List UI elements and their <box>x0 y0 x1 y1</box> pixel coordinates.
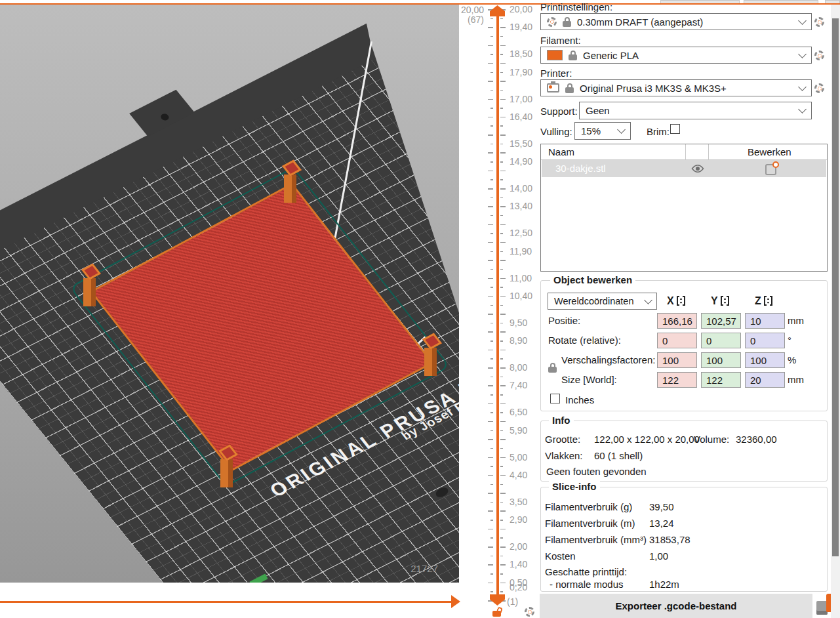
layer-tick <box>488 529 493 530</box>
layer-slider-bottom-count: (1) <box>507 596 518 607</box>
preset-lock-icon <box>563 17 571 27</box>
layer-tick <box>490 287 493 288</box>
y-value-field[interactable]: 122 <box>701 372 741 388</box>
unit-label: mm <box>788 374 804 385</box>
layer-tick <box>488 278 493 279</box>
infill-combo[interactable]: 15% <box>574 122 631 140</box>
filament-label: Filament: <box>540 35 581 46</box>
layer-tick <box>488 171 493 172</box>
uniform-scale-lock-icon[interactable] <box>548 363 557 373</box>
z-value-field[interactable]: 0 <box>745 333 785 348</box>
column-edit: Bewerken <box>748 146 791 157</box>
horizontal-slider-thumb[interactable] <box>451 595 460 608</box>
layer-tick <box>500 457 506 459</box>
layer-tick <box>500 529 506 530</box>
coordinate-system-combo[interactable]: Wereldcoördinaten <box>548 293 657 310</box>
layer-slider-upper-thumb[interactable] <box>490 5 505 16</box>
object-corner-post <box>422 342 443 380</box>
layer-tick <box>488 152 493 154</box>
layer-tick <box>490 502 493 503</box>
x-value-field[interactable]: 166,16 <box>657 313 697 329</box>
inches-checkbox[interactable] <box>550 394 560 403</box>
z-value-field[interactable]: 100 <box>745 352 785 368</box>
layer-tick <box>488 457 493 459</box>
filament-value: Generic PLA <box>583 50 639 61</box>
x-value-field[interactable]: 122 <box>657 372 697 388</box>
group-title: Slice-info <box>549 481 600 492</box>
layer-height-label: 5,90 <box>510 425 527 436</box>
layer-height-label: 0,20 <box>510 582 527 592</box>
layer-tick <box>488 117 493 118</box>
filament-gear-icon[interactable] <box>814 51 824 60</box>
printer-label: Printer: <box>540 68 572 79</box>
layer-tick <box>500 36 503 37</box>
axis-header-y: Y <box>711 295 729 307</box>
unit-label: ° <box>788 335 791 346</box>
layer-tick <box>490 18 493 20</box>
layer-tick <box>500 206 506 207</box>
slider-settings-gear-icon[interactable] <box>525 607 534 617</box>
manip-row-label: Verschalingsfactoren: <box>561 354 655 365</box>
layer-tick <box>488 63 493 64</box>
layer-tick <box>490 591 493 592</box>
scrollbar-thumb[interactable] <box>832 18 839 556</box>
layer-tick <box>500 421 506 422</box>
printer-combo[interactable]: Original Prusa i3 MK3S & MK3S+ <box>540 79 812 96</box>
layer-tick <box>490 72 493 73</box>
layer-slider-top-height: 20,00 <box>458 5 484 15</box>
layer-tick <box>500 546 506 548</box>
layer-slider-lower-thumb[interactable] <box>490 594 505 606</box>
layer-tick <box>490 394 493 396</box>
print-settings-gear-icon[interactable] <box>814 17 824 27</box>
layer-height-label: 7,40 <box>510 380 527 390</box>
layer-tick <box>490 520 493 521</box>
export-gcode-button[interactable]: Exporteer .gcode-bestand <box>540 594 812 618</box>
panel-scrollbar[interactable] <box>831 5 840 618</box>
x-value-field[interactable]: 100 <box>657 352 697 368</box>
layer-tick <box>500 448 503 449</box>
visibility-eye-icon[interactable] <box>691 164 704 173</box>
support-combo[interactable]: Geen <box>579 102 812 119</box>
layer-height-label: 18,50 <box>510 49 532 59</box>
x-value-field[interactable]: 0 <box>657 333 697 348</box>
printer-value: Original Prusa i3 MK3S & MK3S+ <box>580 83 727 94</box>
layer-tick <box>490 144 493 145</box>
layer-tick <box>490 125 493 127</box>
brim-checkbox[interactable] <box>670 124 680 134</box>
z-value-field[interactable]: 20 <box>745 372 785 388</box>
layer-tick <box>490 36 493 37</box>
z-value-field[interactable]: 10 <box>745 313 785 329</box>
y-value-field[interactable]: 102,57 <box>701 313 741 329</box>
layer-height-label: 1,40 <box>510 559 527 569</box>
y-value-field[interactable]: 100 <box>701 352 741 368</box>
slice-stat-value: 1,00 <box>649 550 668 562</box>
printer-gear-icon[interactable] <box>814 83 824 93</box>
object-row[interactable]: 30-dakje.stl <box>542 160 826 177</box>
edit-object-icon[interactable] <box>765 164 776 175</box>
3d-viewport[interactable]: ORIGINAL PRUSA i3 MK3 by Josef Pr <box>0 5 459 583</box>
facets-label: Vlakken: <box>545 450 583 461</box>
print-settings-combo[interactable]: 0.30mm DRAFT (aangepast) <box>540 13 812 30</box>
layer-height-label: 2,00 <box>510 541 527 552</box>
layer-tick <box>500 260 506 261</box>
layer-tick <box>488 350 493 351</box>
layer-tick <box>490 412 493 413</box>
y-value-field[interactable]: 0 <box>701 333 741 348</box>
coordinate-system-value: Wereldcoördinaten <box>554 296 633 306</box>
filament-combo[interactable]: Generic PLA <box>540 47 812 64</box>
slice-stat-label: Filamentverbruik (m) <box>545 518 635 529</box>
layer-tick <box>488 81 493 82</box>
layer-tick <box>490 233 493 234</box>
layer-tick <box>488 296 493 297</box>
layer-tick <box>500 331 506 333</box>
layer-tick <box>500 108 503 109</box>
layer-slider[interactable] <box>496 10 499 600</box>
layer-height-label: 10,40 <box>510 291 532 301</box>
manip-row-label: Rotate (relative): <box>548 335 621 346</box>
axis-header-z: Z <box>755 295 772 307</box>
layer-tick <box>500 152 506 154</box>
axis-header-x: X <box>667 295 685 307</box>
layer-tick <box>488 439 493 440</box>
layer-range-lock-icon[interactable] <box>492 607 501 617</box>
horizontal-slider[interactable] <box>0 601 451 603</box>
